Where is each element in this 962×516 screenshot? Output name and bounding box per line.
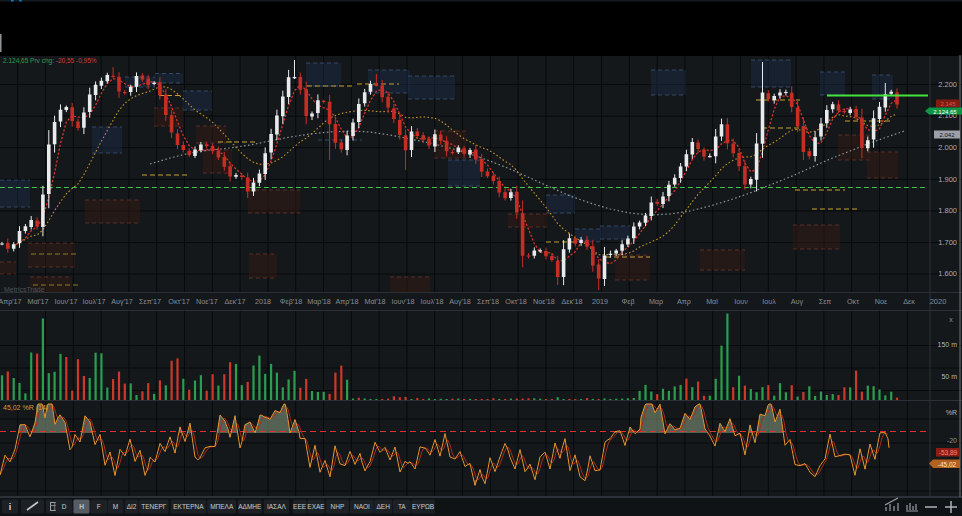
svg-text:2.124,65 Prv chg: -20,55 -0,95: 2.124,65 Prv chg: -20,55 -0,95% [3, 57, 97, 65]
svg-text:ΕΚΤΕΡΝΑ: ΕΚΤΕΡΝΑ [173, 503, 204, 510]
svg-text:2.042: 2.042 [939, 132, 955, 138]
svg-text:Ιουν'17: Ιουν'17 [55, 297, 78, 306]
svg-text:Μαϊ'18: Μαϊ'18 [364, 297, 385, 306]
svg-text:1.600: 1.600 [938, 269, 957, 278]
svg-text:Σεπ'17: Σεπ'17 [139, 297, 161, 306]
svg-text:Οκτ'18: Οκτ'18 [505, 297, 526, 306]
svg-text:Σεπ'18: Σεπ'18 [477, 297, 499, 306]
svg-text:Απρ'18: Απρ'18 [335, 297, 358, 306]
svg-text:ΝΑΟΙ: ΝΑΟΙ [354, 503, 370, 510]
svg-text:ΙΑΣΑΛ: ΙΑΣΑΛ [267, 503, 286, 510]
svg-text:F: F [97, 503, 101, 510]
svg-text:MetricsTrade: MetricsTrade [4, 286, 45, 293]
svg-text:50 m: 50 m [941, 373, 957, 380]
svg-text:Ιουν'18: Ιουν'18 [392, 297, 415, 306]
svg-text:Ιουλ'18: Ιουλ'18 [421, 297, 444, 306]
svg-text:Νοε'17: Νοε'17 [196, 297, 218, 306]
svg-text:ΕΥΡΩΒ: ΕΥΡΩΒ [412, 503, 434, 510]
svg-text:Απρ: Απρ [677, 297, 691, 306]
svg-text:ΤΑ: ΤΑ [398, 503, 406, 510]
svg-text:Απρ'17: Απρ'17 [0, 297, 22, 306]
svg-text:-53,89: -53,89 [939, 449, 958, 456]
svg-text:Δεκ'18: Δεκ'18 [562, 297, 583, 306]
svg-text:Φεβ'18: Φεβ'18 [280, 297, 302, 306]
svg-text:ΕΕΕ: ΕΕΕ [293, 503, 307, 510]
svg-text:Μαϊ: Μαϊ [706, 297, 718, 306]
svg-text:Αυγ: Αυγ [791, 297, 804, 306]
svg-text:x: x [949, 316, 953, 323]
svg-text:-20: -20 [947, 437, 957, 444]
svg-text:ΤΕΝΕΡΓ: ΤΕΝΕΡΓ [141, 503, 167, 510]
svg-text:Νοε: Νοε [875, 297, 888, 306]
svg-text:-45,02: -45,02 [938, 461, 957, 468]
svg-text:2018: 2018 [255, 297, 271, 306]
svg-text:ΔΕΗ: ΔΕΗ [377, 503, 391, 510]
svg-text:ΕΧΑΕ: ΕΧΑΕ [307, 503, 325, 510]
svg-text:i: i [9, 502, 12, 512]
svg-text:Αυγ'18: Αυγ'18 [449, 297, 471, 306]
svg-text:%R: %R [946, 409, 957, 416]
svg-text:1.800: 1.800 [938, 206, 957, 215]
svg-text:2.000: 2.000 [938, 143, 957, 152]
svg-text:Δεκ'17: Δεκ'17 [225, 297, 246, 306]
svg-text:Μαρ: Μαρ [649, 297, 663, 306]
svg-text:Αυγ'17: Αυγ'17 [111, 297, 133, 306]
svg-text:2019: 2019 [592, 297, 608, 306]
svg-text:45,02 %R (14): 45,02 %R (14) [3, 404, 48, 412]
svg-text:Οκτ: Οκτ [847, 297, 859, 306]
svg-text:Ιουν: Ιουν [734, 297, 748, 306]
svg-text:Σεπ: Σεπ [819, 297, 832, 306]
svg-text:Δεκ: Δεκ [903, 297, 915, 306]
svg-text:Ιουλ: Ιουλ [762, 297, 776, 306]
svg-text:2.124,65: 2.124,65 [933, 109, 957, 115]
svg-text:Μαϊ'17: Μαϊ'17 [27, 297, 48, 306]
svg-text:2020: 2020 [930, 297, 947, 306]
svg-text:Φεβ: Φεβ [621, 297, 634, 306]
svg-text:1.900: 1.900 [938, 175, 957, 184]
svg-text:M: M [113, 503, 118, 510]
svg-text:ΝΗΡ: ΝΗΡ [331, 503, 345, 510]
svg-text:ΑΔΜΗΕ: ΑΔΜΗΕ [238, 503, 262, 510]
svg-text:Οκτ'17: Οκτ'17 [168, 297, 189, 306]
svg-text:Νοε'18: Νοε'18 [533, 297, 555, 306]
svg-text:ΔI2: ΔI2 [127, 503, 137, 510]
svg-text:150 m: 150 m [938, 341, 958, 348]
svg-text:ΜΠΕΛΑ: ΜΠΕΛΑ [210, 503, 234, 510]
svg-text:D: D [62, 503, 67, 510]
svg-text:Ιουλ'17: Ιουλ'17 [83, 297, 106, 306]
svg-text:Μαρ'18: Μαρ'18 [307, 297, 331, 306]
svg-text:2.200: 2.200 [938, 80, 957, 89]
svg-text:2.145: 2.145 [940, 101, 956, 107]
svg-text:1.700: 1.700 [938, 238, 957, 247]
svg-text:H: H [79, 503, 84, 510]
